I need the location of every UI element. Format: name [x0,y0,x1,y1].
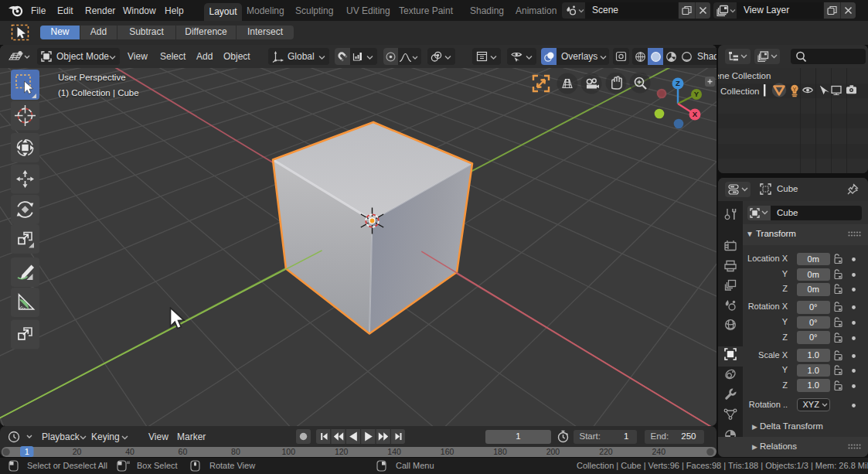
svg-text:60: 60 [179,447,188,456]
svg-text:220: 220 [599,447,613,456]
svg-text:100: 100 [282,447,296,456]
svg-text:Collection: Collection [720,87,760,96]
svg-text:X: X [693,110,698,118]
svg-text:40: 40 [125,447,134,456]
svg-text:Y: Y [694,90,700,98]
svg-text:200: 200 [546,447,560,456]
svg-text:160: 160 [441,447,454,456]
svg-text:180: 180 [493,447,507,456]
svg-text:Z: Z [676,79,680,87]
svg-text:120: 120 [335,447,349,456]
svg-text:140: 140 [387,447,401,456]
svg-text:1: 1 [25,447,29,456]
svg-text:240: 240 [652,447,666,456]
svg-text:20: 20 [73,447,82,456]
svg-text:80: 80 [231,447,240,456]
svg-text:Scene Collection: Scene Collection [718,71,771,80]
